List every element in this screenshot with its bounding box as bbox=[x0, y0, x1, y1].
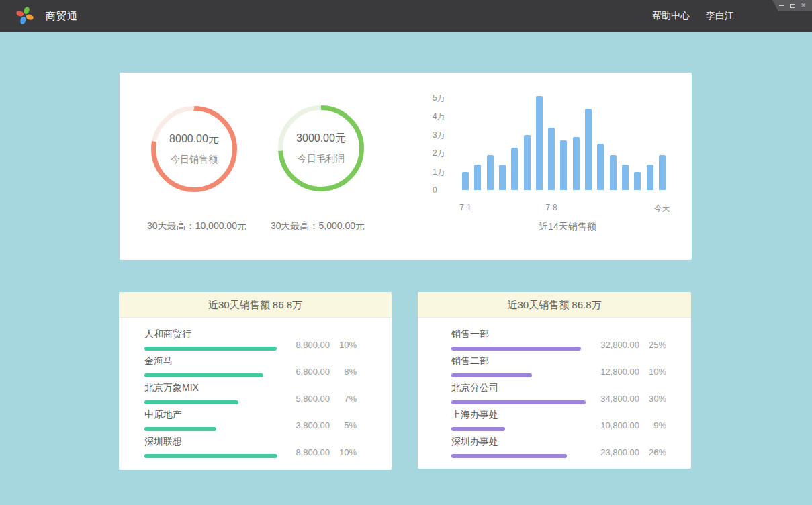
window-controls: ✕ bbox=[772, 0, 812, 11]
close-icon[interactable]: ✕ bbox=[801, 3, 806, 9]
chart-bar bbox=[659, 155, 666, 190]
rank-row: 深圳办事处23,800.0026% bbox=[418, 437, 691, 458]
ranking-card-title: 近30天销售额 86.8万 bbox=[418, 292, 691, 318]
x-axis-tick: 7-8 bbox=[545, 203, 557, 212]
ranking-card-title: 近30天销售额 86.8万 bbox=[119, 292, 392, 318]
rank-label: 北京分公司 bbox=[451, 382, 586, 394]
rank-bar bbox=[144, 454, 277, 458]
rank-value: 3,800.00 bbox=[281, 420, 330, 430]
rank-percent: 5% bbox=[330, 420, 357, 430]
title-bar: 商贸通 帮助中心 李白江 ✕ bbox=[0, 0, 812, 32]
chart-bar bbox=[511, 148, 518, 190]
rank-value: 6,800.00 bbox=[281, 367, 330, 377]
rank-bar bbox=[451, 373, 532, 377]
gauge-value: 8000.00元 bbox=[169, 132, 219, 146]
chart-bar bbox=[610, 155, 617, 190]
rank-percent: 9% bbox=[639, 420, 666, 430]
chart-bar bbox=[524, 135, 531, 190]
user-name-link[interactable]: 李白江 bbox=[706, 10, 734, 22]
chart-bar bbox=[647, 165, 653, 190]
rank-label: 北京万象MIX bbox=[144, 382, 238, 394]
rank-row: 销售二部12,800.0010% bbox=[418, 357, 691, 377]
rank-value: 5,800.00 bbox=[281, 394, 330, 404]
gauge-footer-max-profit: 30天最高：5,000.00元 bbox=[257, 220, 378, 232]
y-axis-tick: 4万 bbox=[433, 111, 453, 121]
rank-value: 8,800.00 bbox=[281, 447, 330, 457]
rank-bar bbox=[451, 400, 586, 404]
minimize-icon[interactable] bbox=[779, 5, 784, 6]
rank-percent: 10% bbox=[330, 340, 357, 350]
rank-bar bbox=[144, 400, 238, 404]
x-axis-tick: 今天 bbox=[654, 203, 670, 214]
gauge-text: 8000.00元 今日销售额 bbox=[151, 106, 237, 192]
rank-value: 8,800.00 bbox=[281, 340, 330, 350]
rank-row: 北京分公司34,800.0030% bbox=[418, 383, 691, 404]
chart-bar bbox=[597, 144, 604, 190]
rank-label: 上海办事处 bbox=[451, 409, 505, 421]
rank-value: 34,800.00 bbox=[591, 394, 639, 404]
rank-bar bbox=[144, 373, 263, 377]
rank-percent: 26% bbox=[639, 447, 666, 457]
ranking-card-body: 销售一部32,800.0025%销售二部12,800.0010%北京分公司34,… bbox=[418, 318, 691, 458]
rank-bar bbox=[451, 347, 581, 351]
rank-bar bbox=[451, 427, 505, 431]
rank-label: 销售一部 bbox=[451, 328, 581, 340]
gauge-text: 3000.00元 今日毛利润 bbox=[278, 105, 364, 191]
rank-row: 中原地产3,800.005% bbox=[119, 410, 392, 431]
rank-bar bbox=[451, 454, 567, 458]
gauge-value: 3000.00元 bbox=[296, 132, 346, 146]
app-title: 商贸通 bbox=[46, 0, 78, 32]
rank-label: 深圳办事处 bbox=[451, 436, 567, 448]
maximize-icon[interactable] bbox=[790, 4, 795, 8]
rank-bar bbox=[144, 347, 277, 351]
donut-gauge-today-profit: 3000.00元 今日毛利润 bbox=[278, 105, 364, 191]
rank-value: 10,800.00 bbox=[591, 420, 639, 430]
rank-label: 销售二部 bbox=[451, 355, 532, 367]
rank-value: 32,800.00 bbox=[591, 340, 639, 350]
rank-label: 中原地产 bbox=[144, 409, 216, 421]
gauge-label: 今日毛利润 bbox=[298, 153, 345, 165]
y-axis-tick: 5万 bbox=[433, 93, 453, 103]
app-logo-pinwheel-icon bbox=[15, 5, 35, 26]
rank-row: 销售一部32,800.0025% bbox=[418, 330, 691, 351]
gauge-footer-max-sales: 30天最高：10,000.00元 bbox=[136, 220, 257, 232]
chart-bar bbox=[474, 165, 481, 190]
chart-bar bbox=[560, 140, 567, 190]
top-menu: 帮助中心 李白江 bbox=[652, 0, 734, 32]
rank-percent: 7% bbox=[330, 394, 357, 404]
chart-bar bbox=[634, 172, 641, 190]
bar-chart-title: 近14天销售额 bbox=[539, 221, 596, 233]
summary-card: 8000.00元 今日销售额 3000.00元 今日毛利润 30天最高：10,0… bbox=[120, 73, 692, 260]
chart-bar bbox=[462, 172, 469, 190]
y-axis-tick: 1万 bbox=[433, 167, 453, 177]
rank-bar bbox=[144, 427, 216, 431]
rank-label: 金海马 bbox=[144, 355, 263, 367]
rank-row: 深圳联想8,800.0010% bbox=[119, 437, 392, 458]
chart-bar bbox=[548, 128, 555, 190]
help-center-link[interactable]: 帮助中心 bbox=[652, 10, 690, 22]
rank-value: 23,800.00 bbox=[591, 447, 639, 457]
ranking-card-body: 人和商贸行8,800.0010%金海马6,800.008%北京万象MIX5,80… bbox=[119, 318, 392, 458]
gauge-label: 今日销售额 bbox=[171, 154, 218, 166]
chart-bar bbox=[536, 96, 543, 190]
chart-bar bbox=[499, 165, 506, 190]
chart-bar bbox=[622, 165, 629, 190]
rank-row: 金海马6,800.008% bbox=[119, 357, 392, 377]
rank-label: 深圳联想 bbox=[144, 436, 277, 448]
rank-row: 上海办事处10,800.009% bbox=[418, 410, 691, 431]
donut-gauge-today-sales: 8000.00元 今日销售额 bbox=[151, 106, 237, 192]
rank-value: 12,800.00 bbox=[591, 367, 639, 377]
rank-percent: 30% bbox=[639, 394, 666, 404]
y-axis-tick: 2万 bbox=[433, 148, 453, 158]
rank-row: 北京万象MIX5,800.007% bbox=[119, 383, 392, 404]
chart-bar bbox=[487, 155, 494, 190]
chart-bar bbox=[573, 137, 580, 190]
chart-bar bbox=[585, 109, 592, 190]
y-axis-tick: 0 bbox=[433, 185, 453, 195]
rank-row: 人和商贸行8,800.0010% bbox=[119, 330, 392, 351]
rank-percent: 8% bbox=[330, 367, 357, 377]
rank-percent: 25% bbox=[639, 340, 666, 350]
x-axis-tick: 7-1 bbox=[459, 203, 471, 212]
ranking-card-departments: 近30天销售额 86.8万 销售一部32,800.0025%销售二部12,800… bbox=[418, 292, 691, 469]
rank-percent: 10% bbox=[639, 367, 666, 377]
